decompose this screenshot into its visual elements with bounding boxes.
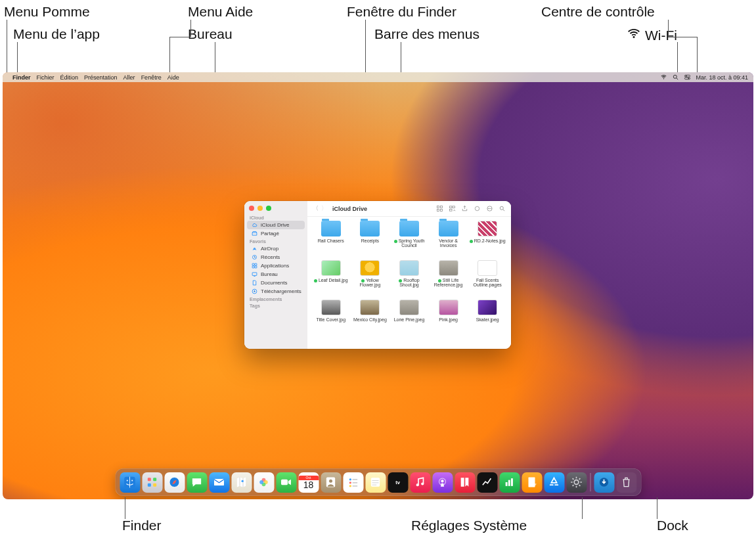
finder-title: iCloud Drive xyxy=(332,206,367,212)
file-item[interactable]: Rooftop Shoot.jpg xyxy=(391,260,428,298)
file-label: Vendor & Invoices xyxy=(430,238,467,248)
sidebar-item-icloud-drive[interactable]: iCloud Drive xyxy=(247,221,305,229)
file-item[interactable]: Fall Scents Outline.pages xyxy=(469,260,506,298)
dock-item-photos[interactable] xyxy=(254,472,274,493)
app-menu[interactable]: Finder xyxy=(12,74,31,81)
sidebar-item-airdrop[interactable]: AirDrop xyxy=(247,244,305,253)
file-label: RD.2-Notes.jpg xyxy=(470,238,506,243)
dock-item-trash[interactable] xyxy=(616,472,636,493)
group-icon[interactable] xyxy=(449,205,456,212)
dock-item-stocks[interactable] xyxy=(477,472,497,493)
dock-item-facetime[interactable] xyxy=(276,472,296,493)
forward-button[interactable]: 〉 xyxy=(321,204,327,213)
file-label: Fall Scents Outline.pages xyxy=(469,278,506,288)
menu-aller[interactable]: Aller xyxy=(123,74,135,81)
file-item[interactable]: Mexico City.jpeg xyxy=(352,300,389,338)
file-item[interactable]: Still Life Reference.jpg xyxy=(430,260,467,298)
sidebar-item-applications[interactable]: Applications xyxy=(247,261,305,270)
svg-rect-45 xyxy=(281,480,288,485)
file-item[interactable]: Title Cover.jpg xyxy=(313,300,349,338)
svg-point-61 xyxy=(441,480,443,482)
view-icons-icon[interactable] xyxy=(436,205,443,212)
menubar-datetime[interactable]: Mar. 18 oct. à 09:41 xyxy=(696,74,748,81)
dock-item-numbers[interactable] xyxy=(499,472,520,493)
file-thumbnail xyxy=(321,300,341,315)
dock-item-calendar[interactable]: Oct18 xyxy=(298,472,319,493)
folder-icon xyxy=(399,221,419,236)
control-center-icon[interactable] xyxy=(684,74,691,81)
close-button[interactable] xyxy=(249,206,254,211)
action-icon[interactable] xyxy=(486,205,493,212)
file-item[interactable]: Pink.jpeg xyxy=(430,300,467,338)
file-item[interactable]: Yellow Flower.jpg xyxy=(352,260,389,298)
dock-item-news[interactable] xyxy=(455,472,475,493)
file-label: Spring Youth Council xyxy=(391,238,428,248)
dock-item-messages[interactable] xyxy=(187,472,207,493)
tag-icon[interactable] xyxy=(474,205,481,212)
dock-item-pages[interactable] xyxy=(522,472,542,493)
dock-item-appstore[interactable] xyxy=(544,472,564,493)
file-item[interactable]: Rail Chasers xyxy=(313,221,349,259)
menu-fichier[interactable]: Fichier xyxy=(37,74,55,81)
svg-rect-13 xyxy=(255,266,257,268)
finder-window[interactable]: iCloud iCloud DrivePartagé Favoris AirDr… xyxy=(244,201,511,349)
back-button[interactable]: 〈 xyxy=(313,204,319,213)
callout-dock: Dock xyxy=(657,518,688,533)
menu-aide[interactable]: Aide xyxy=(167,74,179,81)
svg-line-29 xyxy=(503,210,504,211)
share-icon[interactable] xyxy=(461,205,468,212)
callout-centre-controle: Centre de contrôle xyxy=(541,4,655,20)
dock-item-sysprefs[interactable] xyxy=(566,472,587,493)
file-thumbnail xyxy=(439,300,458,315)
sidebar-item-r-cents[interactable]: Récents xyxy=(247,253,305,261)
callout-finder: Finder xyxy=(122,518,162,533)
dock-item-music[interactable] xyxy=(410,472,430,493)
minimize-button[interactable] xyxy=(257,206,263,211)
file-item[interactable]: RD.2-Notes.jpg xyxy=(469,221,506,259)
svg-rect-65 xyxy=(511,478,513,486)
sidebar-item-documents[interactable]: Documents xyxy=(247,279,305,287)
callout-wifi: Wi-Fi xyxy=(627,26,677,44)
svg-point-27 xyxy=(491,208,491,209)
svg-rect-19 xyxy=(440,209,442,211)
svg-rect-51 xyxy=(353,482,358,484)
svg-rect-33 xyxy=(148,478,151,481)
window-controls xyxy=(244,204,307,214)
file-item[interactable]: Lone Pine.jpeg xyxy=(391,300,428,338)
dock-item-finder[interactable] xyxy=(120,472,140,493)
sidebar-section-favoris: Favoris xyxy=(244,238,307,244)
dock-item-podcasts[interactable] xyxy=(432,472,453,493)
search-icon[interactable] xyxy=(499,205,506,212)
svg-rect-66 xyxy=(529,478,535,487)
callout-barre-menus: Barre des menus xyxy=(374,26,479,42)
dock-item-safari[interactable] xyxy=(164,472,185,493)
file-item[interactable]: Spring Youth Council xyxy=(391,221,428,259)
sidebar-item-label: iCloud Drive xyxy=(261,222,290,228)
dock-item-downloads[interactable] xyxy=(594,472,614,493)
dock-item-reminders[interactable] xyxy=(343,472,363,493)
dock-item-contacts[interactable] xyxy=(321,472,341,493)
sidebar-item-partagé[interactable]: Partagé xyxy=(247,229,305,238)
file-item[interactable]: Receipts xyxy=(352,221,389,259)
sidebar-section-tags: Tags xyxy=(244,302,307,309)
spotlight-icon[interactable] xyxy=(672,74,679,81)
desktop[interactable]: Finder Fichier Édition Présentation Alle… xyxy=(3,72,753,499)
file-item[interactable]: Leaf Detail.jpg xyxy=(313,260,349,298)
menu-fenetre[interactable]: Fenêtre xyxy=(141,74,162,81)
shared-indicator-icon xyxy=(438,279,441,282)
file-item[interactable]: Vendor & Invoices xyxy=(430,221,467,259)
sidebar-item-label: Bureau xyxy=(261,271,278,277)
dock-item-notes[interactable] xyxy=(365,472,386,493)
file-item[interactable]: Skater.jpeg xyxy=(469,300,506,338)
sidebar-item-bureau[interactable]: Bureau xyxy=(247,270,305,279)
sidebar-item-label: Téléchargements xyxy=(261,288,301,294)
wifi-status-icon[interactable] xyxy=(660,74,667,81)
dock-item-maps[interactable] xyxy=(231,472,252,493)
sidebar-item-t-l-chargements[interactable]: Téléchargements xyxy=(247,287,305,296)
dock-item-mail[interactable] xyxy=(209,472,229,493)
dock-item-tv[interactable]: tv xyxy=(388,472,408,493)
zoom-button[interactable] xyxy=(266,206,271,211)
menu-edition[interactable]: Édition xyxy=(60,74,79,81)
menu-presentation[interactable]: Présentation xyxy=(84,74,118,81)
dock-item-launchpad[interactable] xyxy=(142,472,162,493)
